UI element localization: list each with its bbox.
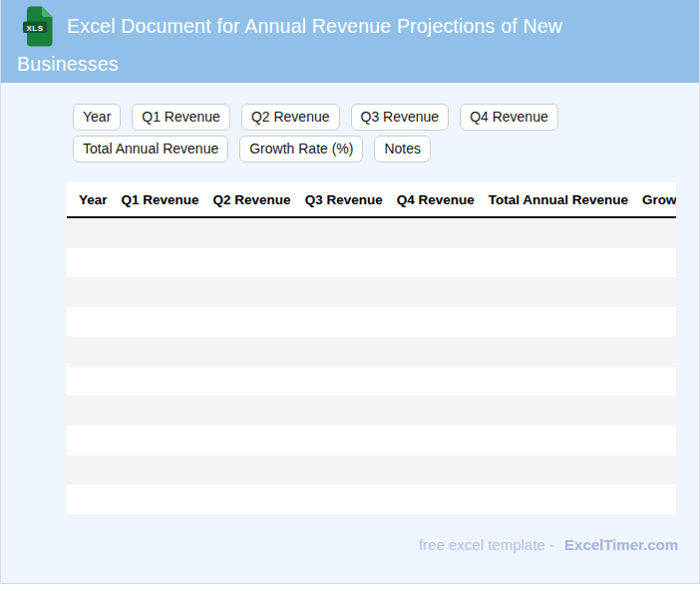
column-chip[interactable]: Year — [73, 104, 121, 131]
table-row — [67, 455, 676, 485]
page-title-line2: Businesses — [17, 53, 119, 75]
xls-icon-label: XLS — [26, 24, 43, 33]
table-row — [67, 248, 676, 278]
column-chip-list: YearQ1 RevenueQ2 RevenueQ3 RevenueQ4 Rev… — [73, 104, 631, 162]
page-title-line1: Excel Document for Annual Revenue Projec… — [67, 15, 562, 37]
column-chip[interactable]: Q1 Revenue — [132, 104, 230, 131]
table-row — [67, 396, 676, 426]
column-header: Q4 Revenue — [390, 182, 482, 217]
table-row — [67, 307, 676, 337]
column-header: Total Annual Revenue — [482, 182, 635, 217]
page-header: XLS Excel Document for Annual Revenue Pr… — [1, 0, 699, 83]
table-row — [67, 367, 676, 397]
template-page: XLS Excel Document for Annual Revenue Pr… — [0, 0, 700, 584]
page-body: YearQ1 RevenueQ2 RevenueQ3 RevenueQ4 Rev… — [1, 104, 699, 553]
page-title: XLS Excel Document for Annual Revenue Pr… — [17, 6, 679, 79]
spreadsheet-preview: YearQ1 RevenueQ2 RevenueQ3 RevenueQ4 Rev… — [67, 182, 676, 514]
column-chip[interactable]: Q2 Revenue — [241, 104, 340, 131]
table-row — [67, 277, 676, 307]
column-header: Q1 Revenue — [115, 182, 206, 217]
column-header: Growth Rate (%) — [635, 182, 676, 217]
table-row — [67, 484, 676, 514]
table-row — [67, 217, 676, 248]
column-chip[interactable]: Total Annual Revenue — [73, 136, 228, 162]
footer-text: free excel template - — [419, 536, 554, 553]
footer-brand-link[interactable]: ExcelTimer.com — [564, 536, 678, 553]
table-body — [67, 217, 676, 514]
column-chip[interactable]: Q3 Revenue — [351, 104, 450, 131]
column-chip[interactable]: Q4 Revenue — [460, 104, 558, 131]
table-header-row: YearQ1 RevenueQ2 RevenueQ3 RevenueQ4 Rev… — [67, 182, 676, 217]
revenue-projection-table: YearQ1 RevenueQ2 RevenueQ3 RevenueQ4 Rev… — [67, 182, 676, 514]
column-header: Q2 Revenue — [206, 182, 298, 217]
column-header: Year — [67, 182, 115, 217]
column-header: Q3 Revenue — [298, 182, 390, 217]
table-row — [67, 337, 676, 367]
footer-credit: free excel template - ExcelTimer.com — [1, 536, 678, 553]
xls-file-icon: XLS — [22, 6, 53, 47]
column-chip[interactable]: Growth Rate (%) — [239, 136, 363, 162]
table-row — [67, 426, 676, 455]
column-chip[interactable]: Notes — [374, 136, 431, 162]
